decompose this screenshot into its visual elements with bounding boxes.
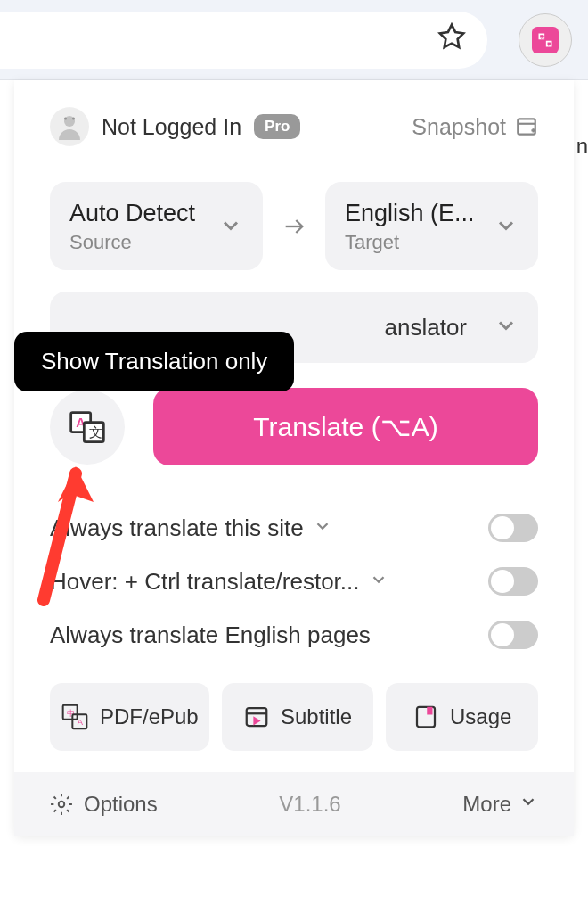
svg-text:文: 文	[540, 34, 545, 39]
setting-always-english-label: Always translate English pages	[50, 621, 371, 649]
setting-always-site-label: Always translate this site	[50, 514, 304, 542]
chevron-down-icon	[494, 313, 519, 342]
target-language-label: English (E...	[345, 200, 475, 227]
source-sublabel: Source	[69, 231, 195, 254]
target-sublabel: Target	[345, 231, 475, 254]
pdf-epub-label: PDF/ePub	[100, 704, 199, 729]
svg-point-4	[64, 118, 67, 120]
address-bar-area	[0, 12, 487, 69]
action-row: A 文 Translate (⌥A)	[50, 388, 538, 465]
chevron-down-icon[interactable]	[313, 514, 332, 542]
subtitle-label: Subtitle	[281, 704, 352, 729]
chevron-down-icon[interactable]	[369, 568, 388, 596]
setting-hover-toggle[interactable]	[488, 567, 538, 596]
language-selector-row: Auto Detect Source English (E... Target	[50, 182, 538, 270]
extension-panel: Not Logged In Pro Snapshot Auto Detect S…	[14, 80, 574, 836]
svg-text:A: A	[78, 718, 84, 727]
more-label: More	[462, 792, 511, 817]
version-label: V1.1.6	[279, 792, 340, 817]
pro-badge: Pro	[254, 114, 300, 139]
translate-button[interactable]: Translate (⌥A)	[153, 388, 538, 465]
setting-always-english-toggle[interactable]	[488, 621, 538, 649]
page-edge-text: n	[576, 134, 588, 159]
pdf-icon: 中 A	[61, 703, 89, 731]
setting-hover-label: Hover: + Ctrl translate/restor...	[50, 568, 360, 596]
usage-button[interactable]: Usage	[386, 683, 538, 751]
svg-point-24	[59, 802, 65, 808]
svg-text:文: 文	[89, 425, 102, 440]
chevron-down-icon	[519, 792, 538, 817]
tooltip: Show Translation only	[14, 332, 294, 391]
extension-button[interactable]: 文A	[519, 13, 572, 67]
swap-languages-arrow[interactable]	[263, 182, 325, 270]
snapshot-icon	[515, 115, 538, 138]
setting-always-english: Always translate English pages	[50, 608, 538, 662]
bookmark-star-icon[interactable]	[437, 22, 466, 58]
gear-icon	[50, 793, 73, 816]
bottom-buttons-row: 中 A PDF/ePub Subtitle	[50, 683, 538, 751]
svg-marker-0	[440, 24, 464, 46]
subtitle-icon	[243, 704, 270, 730]
svg-marker-21	[255, 718, 259, 723]
setting-hover: Hover: + Ctrl translate/restor...	[50, 555, 538, 608]
usage-label: Usage	[450, 704, 511, 729]
pdf-epub-button[interactable]: 中 A PDF/ePub	[50, 683, 209, 751]
chevron-down-icon	[218, 213, 243, 242]
source-language-label: Auto Detect	[69, 200, 195, 227]
browser-toolbar: 文A	[0, 0, 588, 80]
options-label: Options	[84, 792, 158, 817]
panel-header: Not Logged In Pro Snapshot	[50, 107, 538, 146]
chevron-down-icon	[494, 213, 519, 242]
snapshot-button[interactable]: Snapshot	[412, 114, 538, 140]
more-button[interactable]: More	[462, 792, 538, 817]
svg-rect-23	[427, 707, 432, 715]
usage-icon	[412, 704, 439, 730]
translate-extension-icon: 文A	[532, 27, 559, 53]
setting-always-site-toggle[interactable]	[488, 514, 538, 542]
login-status[interactable]: Not Logged In	[102, 114, 241, 140]
options-button[interactable]: Options	[50, 792, 158, 817]
source-language-selector[interactable]: Auto Detect Source	[50, 182, 263, 270]
avatar[interactable]	[50, 107, 89, 146]
svg-point-5	[72, 118, 75, 120]
target-language-selector[interactable]: English (E... Target	[325, 182, 538, 270]
snapshot-label: Snapshot	[412, 114, 506, 140]
translation-mode-button[interactable]: A 文	[50, 390, 125, 465]
svg-text:A: A	[548, 41, 551, 46]
setting-always-site: Always translate this site	[50, 501, 538, 555]
panel-footer: Options V1.1.6 More	[14, 772, 574, 836]
subtitle-button[interactable]: Subtitle	[222, 683, 374, 751]
